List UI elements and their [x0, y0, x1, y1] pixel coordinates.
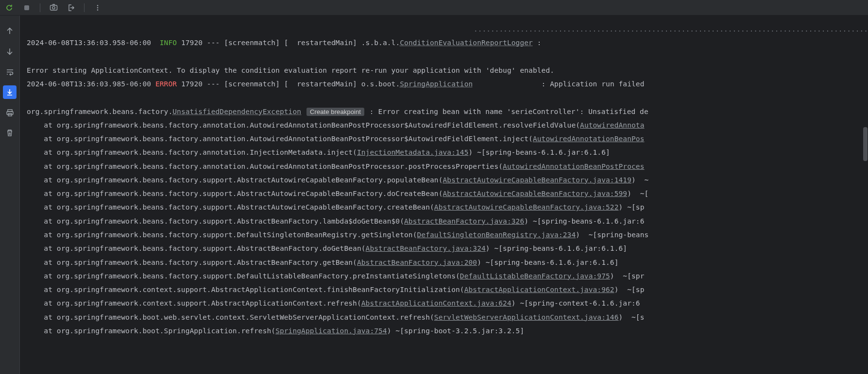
- create-breakpoint-button[interactable]: Create breakpoint: [306, 108, 364, 116]
- rerun-button[interactable]: [4, 2, 15, 13]
- source-link[interactable]: AbstractBeanFactory.java:326: [404, 217, 524, 225]
- error-summary: Error starting ApplicationContext. To di…: [27, 64, 868, 77]
- more-button[interactable]: [92, 2, 103, 13]
- print-icon: [6, 109, 14, 117]
- stack-frame: at org.springframework.beans.factory.ann…: [27, 118, 868, 132]
- source-link[interactable]: AbstractAutowireCapableBeanFactory.java:…: [443, 190, 627, 197]
- up-stack-button[interactable]: [3, 24, 17, 38]
- toolbar-divider: [84, 3, 85, 12]
- console-toolbar: [0, 0, 868, 16]
- main-area: ........................................…: [0, 16, 868, 374]
- log-level-error: ERROR: [155, 80, 177, 88]
- rerun-icon: [5, 4, 13, 12]
- source-link[interactable]: ServletWebServerApplicationContext.java:…: [434, 313, 619, 321]
- arrow-up-icon: [6, 27, 14, 35]
- source-link[interactable]: AbstractAutowireCapableBeanFactory.java:…: [443, 176, 631, 184]
- source-link[interactable]: AbstractBeanFactory.java:200: [357, 259, 477, 266]
- source-link[interactable]: AbstractBeanFactory.java:324: [366, 244, 486, 252]
- stop-icon: [23, 4, 30, 11]
- clear-button[interactable]: [3, 126, 17, 140]
- exception-line: org.springframework.beans.factory.Unsati…: [27, 105, 868, 118]
- svg-point-2: [52, 6, 54, 9]
- stack-frame: at org.springframework.beans.factory.sup…: [27, 228, 868, 242]
- wrap-icon: [6, 68, 14, 76]
- logger-link[interactable]: ConditionEvaluationReportLogger: [400, 39, 533, 47]
- console-wrap: ........................................…: [19, 16, 868, 374]
- source-link[interactable]: AutowiredAnnotationBeanPostProces: [503, 163, 644, 170]
- stack-frame: at org.springframework.beans.factory.sup…: [27, 242, 868, 255]
- stack-frame: at org.springframework.beans.factory.sup…: [27, 214, 868, 228]
- stack-frame: at org.springframework.beans.factory.sup…: [27, 256, 868, 269]
- stack-frame: at org.springframework.context.support.A…: [27, 283, 868, 296]
- source-link[interactable]: AbstractAutowireCapableBeanFactory.java:…: [434, 203, 619, 211]
- camera-button[interactable]: [48, 2, 59, 13]
- exception-name-link[interactable]: UnsatisfiedDependencyException: [172, 108, 301, 115]
- svg-point-5: [97, 9, 99, 11]
- truncation-dots: ........................................…: [27, 22, 868, 36]
- stack-frame: at org.springframework.context.support.A…: [27, 296, 868, 310]
- stack-frame: at org.springframework.beans.factory.ann…: [27, 146, 868, 159]
- svg-point-3: [97, 5, 99, 6]
- toolbar-divider: [40, 3, 40, 12]
- scroll-to-end-button[interactable]: [3, 85, 17, 99]
- exit-icon: [67, 4, 75, 12]
- stack-frame: at org.springframework.boot.web.servlet.…: [27, 310, 868, 324]
- source-link[interactable]: InjectionMetadata.java:145: [357, 148, 469, 156]
- svg-rect-1: [50, 5, 57, 10]
- source-link[interactable]: AbstractApplicationContext.java:962: [464, 286, 614, 293]
- source-link[interactable]: AbstractApplicationContext.java:624: [361, 299, 511, 307]
- stack-frame: at org.springframework.beans.factory.sup…: [27, 200, 868, 214]
- svg-rect-7: [7, 112, 13, 114]
- console-output[interactable]: ........................................…: [20, 16, 868, 344]
- logger-link[interactable]: SpringApplication: [400, 80, 473, 88]
- camera-icon: [50, 3, 58, 12]
- log-line: 2024-06-08T13:36:03.985-06:00 ERROR 1792…: [27, 77, 868, 91]
- arrow-down-icon: [6, 48, 14, 55]
- stack-frame: at org.springframework.beans.factory.sup…: [27, 269, 868, 283]
- source-link[interactable]: DefaultListableBeanFactory.java:975: [460, 272, 610, 280]
- log-level-info: INFO: [160, 39, 177, 47]
- scroll-end-icon: [6, 88, 14, 96]
- source-link[interactable]: AutowiredAnnotationBeanPos: [533, 135, 645, 143]
- print-button[interactable]: [3, 106, 17, 119]
- vertical-scrollbar[interactable]: [863, 127, 868, 161]
- stack-frame: at org.springframework.beans.factory.sup…: [27, 173, 868, 187]
- soft-wrap-button[interactable]: [3, 65, 17, 79]
- exit-button[interactable]: [66, 2, 76, 13]
- log-line: 2024-06-08T13:36:03.958-06:00 INFO 17920…: [27, 36, 868, 49]
- svg-point-4: [97, 7, 99, 8]
- down-stack-button[interactable]: [3, 45, 17, 58]
- trash-icon: [6, 129, 14, 137]
- more-vertical-icon: [94, 4, 101, 11]
- stack-frame: at org.springframework.beans.factory.ann…: [27, 132, 868, 146]
- stack-frame: at org.springframework.boot.SpringApplic…: [27, 324, 868, 338]
- source-link[interactable]: SpringApplication.java:754: [275, 327, 387, 335]
- source-link[interactable]: DefaultSingletonBeanRegistry.java:234: [417, 231, 576, 239]
- stack-frame: at org.springframework.beans.factory.sup…: [27, 187, 868, 200]
- stop-button[interactable]: [21, 2, 32, 13]
- console-gutter: [0, 16, 19, 374]
- svg-rect-0: [24, 5, 29, 10]
- source-link[interactable]: AutowiredAnnota: [580, 121, 644, 129]
- stack-frame: at org.springframework.beans.factory.ann…: [27, 160, 868, 173]
